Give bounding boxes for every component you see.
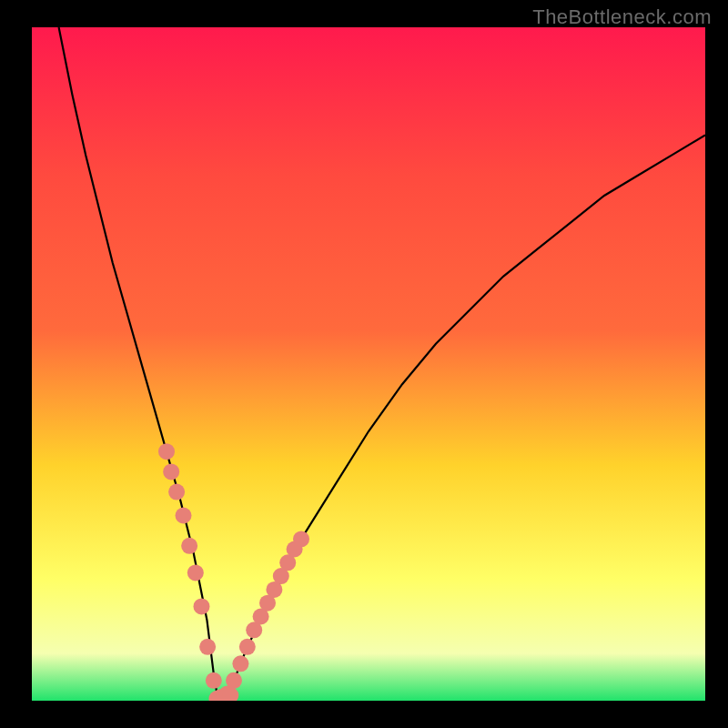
marker-dot — [199, 639, 216, 655]
marker-dot — [163, 463, 179, 480]
marker-dot — [226, 672, 242, 689]
marker-dot — [187, 564, 204, 581]
marker-dot — [206, 672, 222, 689]
marker-dot — [168, 484, 185, 500]
bottleneck-chart-svg — [32, 27, 705, 701]
watermark-text: TheBottleneck.com — [532, 5, 712, 29]
marker-dot — [193, 598, 209, 614]
marker-dot — [232, 655, 248, 672]
marker-dot — [158, 443, 175, 460]
gradient-background — [32, 27, 705, 701]
marker-dot — [293, 531, 309, 547]
marker-dot — [239, 639, 256, 655]
chart-area — [32, 27, 705, 701]
marker-dot — [176, 508, 192, 524]
marker-dot — [181, 538, 197, 554]
